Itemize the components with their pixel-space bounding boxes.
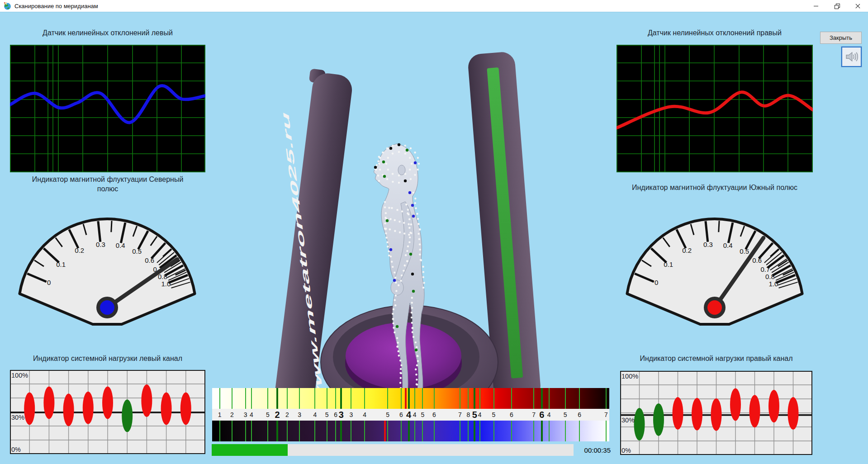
main-area: Датчик нелинейных отклонений левый Датчи…	[0, 12, 868, 464]
close-button[interactable]: Закрыть	[820, 32, 862, 44]
svg-text:1.0: 1.0	[768, 280, 778, 288]
left-scope-title: Датчик нелинейных отклонений левый	[10, 28, 205, 38]
figure-ear	[398, 165, 405, 175]
scale-bar-warm	[212, 388, 609, 409]
scanner-3d-scene: www.metatron4025.ru	[251, 50, 550, 426]
titlebar: Сканирование по меридианам	[0, 0, 868, 12]
scan-progress-fill	[212, 444, 288, 456]
speaker-icon	[844, 49, 859, 64]
svg-text:0.1: 0.1	[664, 260, 673, 268]
svg-text:0.5: 0.5	[740, 247, 749, 255]
scan-timer: 00:00:35	[567, 446, 611, 454]
svg-text:0.2: 0.2	[75, 246, 84, 254]
globe-icon	[4, 2, 11, 10]
svg-text:30%: 30%	[621, 417, 635, 424]
svg-text:100%: 100%	[11, 372, 28, 379]
sound-button[interactable]	[841, 47, 862, 67]
svg-text:0%: 0%	[621, 447, 631, 454]
svg-text:0.2: 0.2	[682, 246, 692, 254]
restore-icon	[835, 4, 840, 9]
frequency-scale: 12345223456334564456785456764567	[212, 388, 609, 453]
right-magnetic-gauge: 00.10.20.30.40.50.60.70.81.0	[626, 215, 804, 327]
svg-text:0%: 0%	[11, 446, 21, 453]
left-oscilloscope	[10, 45, 205, 172]
right-load-chart: 100%30%0%	[620, 371, 812, 455]
restore-button[interactable]	[826, 0, 847, 12]
scale-bar-cool	[212, 421, 609, 441]
scan-progress-bar	[212, 444, 574, 456]
svg-text:0.6: 0.6	[752, 256, 762, 264]
window-title: Сканирование по меридианам	[14, 3, 98, 9]
svg-text:0.7: 0.7	[760, 265, 770, 273]
right-oscilloscope	[617, 45, 813, 172]
svg-text:0.3: 0.3	[703, 241, 713, 248]
close-window-button[interactable]	[847, 0, 868, 12]
svg-text:0: 0	[655, 279, 658, 286]
svg-text:0.4: 0.4	[723, 241, 733, 249]
svg-text:100%: 100%	[621, 373, 638, 380]
right-scope-title: Датчик нелинейных отклонений правый	[617, 28, 813, 38]
right-load-title: Индикатор системной нагрузки правый кана…	[620, 354, 812, 364]
minimize-icon	[814, 6, 818, 6]
left-gauge-title: Индикатор магнитной флуктуации Северный …	[27, 175, 188, 194]
left-load-title: Индикатор системной нагрузки левый канал	[10, 354, 205, 364]
minimize-button[interactable]	[806, 0, 826, 12]
close-icon	[855, 3, 861, 9]
svg-text:0.4: 0.4	[116, 241, 125, 249]
svg-text:30%: 30%	[11, 414, 24, 421]
left-load-chart: 100%30%0%	[10, 370, 205, 454]
svg-text:0: 0	[47, 279, 51, 286]
right-gauge-title: Индикатор магнитной флуктуации Южный пол…	[612, 183, 817, 193]
svg-text:0.3: 0.3	[96, 241, 105, 248]
svg-text:0.6: 0.6	[145, 256, 154, 264]
svg-text:0.5: 0.5	[132, 247, 142, 255]
scale-numbers: 12345223456334564456785456764567	[212, 409, 609, 421]
figure-hand	[391, 280, 403, 295]
svg-text:0.1: 0.1	[56, 260, 66, 268]
svg-text:1.0: 1.0	[161, 280, 171, 288]
left-magnetic-gauge: 00.10.20.30.40.50.60.70.81.0	[18, 215, 196, 327]
